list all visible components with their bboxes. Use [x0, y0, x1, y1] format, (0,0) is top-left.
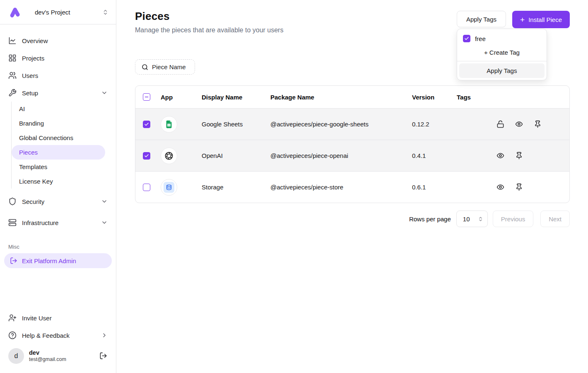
row-checkbox[interactable] — [143, 152, 150, 160]
sidebar-item-users[interactable]: Users — [4, 67, 112, 84]
sidebar-nav: Overview Projects Users Setup AI Brandin… — [0, 24, 116, 309]
eye-icon[interactable] — [515, 120, 523, 128]
piece-display-name: Storage — [202, 184, 270, 191]
line-chart-icon — [8, 36, 17, 45]
chevrons-up-down-icon — [478, 216, 483, 222]
piece-display-name: Google Sheets — [202, 121, 270, 128]
piece-package-name: @activepieces/piece-store — [270, 184, 412, 191]
sidebar-item-overview[interactable]: Overview — [4, 32, 112, 49]
sidebar-label: Users — [22, 72, 38, 79]
apply-tags-dropdown: free + Create Tag Apply Tags — [457, 29, 547, 80]
tag-checkbox[interactable] — [463, 35, 470, 42]
log-out-icon[interactable] — [99, 352, 108, 360]
sidebar-bottom: Invite User Help & Feedback d dev test@g… — [0, 309, 116, 373]
invite-user-button[interactable]: Invite User — [4, 309, 112, 327]
table-row[interactable]: OpenAI @activepieces/piece-openai 0.4.1 — [135, 140, 569, 171]
apply-tags-button[interactable]: Apply Tags — [457, 11, 506, 27]
next-page-button[interactable]: Next — [540, 211, 570, 227]
activepieces-logo — [8, 6, 21, 18]
table-header-row: App Display Name Package Name Version Ta… — [135, 86, 569, 108]
previous-page-button[interactable]: Previous — [493, 211, 533, 227]
user-name: dev — [29, 349, 94, 356]
storage-icon — [161, 179, 177, 196]
grid-icon — [8, 54, 17, 62]
exit-label: Exit Platform Admin — [22, 257, 76, 264]
user-meta: dev test@gmail.com — [29, 349, 94, 363]
tag-label: free — [475, 35, 486, 42]
rows-per-page-value: 10 — [463, 216, 470, 223]
select-all-checkbox[interactable] — [143, 93, 150, 101]
page-subtitle: Manage the pieces that are available to … — [135, 27, 283, 34]
server-icon — [8, 218, 17, 227]
wrench-icon — [8, 89, 17, 97]
row-checkbox[interactable] — [143, 121, 150, 128]
sidebar-item-security[interactable]: Security — [4, 193, 112, 210]
create-tag-button[interactable]: + Create Tag — [457, 45, 547, 61]
pin-icon[interactable] — [515, 152, 523, 160]
install-piece-label: Install Piece — [528, 16, 562, 23]
tag-option-free[interactable]: free — [457, 31, 547, 45]
search-icon — [142, 64, 148, 70]
sidebar-item-infrastructure[interactable]: Infrastructure — [4, 214, 112, 231]
piece-search[interactable] — [135, 59, 195, 75]
piece-package-name: @activepieces/piece-openai — [270, 152, 412, 159]
sidebar-item-setup[interactable]: Setup — [4, 84, 112, 102]
eye-icon[interactable] — [496, 183, 504, 191]
piece-display-name: OpenAI — [202, 152, 270, 159]
chevron-right-icon — [101, 332, 108, 339]
sidebar-item-projects[interactable]: Projects — [4, 49, 112, 67]
plus-icon: + — [520, 16, 525, 24]
col-version: Version — [412, 94, 457, 101]
invite-user-label: Invite User — [22, 315, 52, 322]
chevron-down-icon — [101, 90, 108, 96]
sidebar-item-ai[interactable]: AI — [12, 102, 105, 116]
rows-per-page-label: Rows per page — [409, 216, 451, 223]
col-display-name: Display Name — [202, 94, 270, 101]
project-selector[interactable]: dev's Project — [0, 0, 116, 24]
table-row[interactable]: Storage @activepieces/piece-store 0.6.1 — [135, 171, 569, 203]
log-out-icon — [10, 257, 17, 264]
pieces-table: App Display Name Package Name Version Ta… — [135, 85, 570, 203]
chevron-down-icon — [101, 198, 108, 205]
apply-tags-menu-item[interactable]: Apply Tags — [459, 63, 545, 78]
exit-platform-admin-button[interactable]: Exit Platform Admin — [4, 253, 112, 268]
eye-icon[interactable] — [496, 152, 504, 160]
sidebar-item-license-key[interactable]: License Key — [12, 174, 105, 189]
pin-icon[interactable] — [515, 183, 523, 191]
piece-version: 0.6.1 — [412, 184, 457, 191]
sidebar: dev's Project Overview Projects Users Se… — [0, 0, 116, 373]
help-feedback-label: Help & Feedback — [22, 332, 70, 339]
rows-per-page-select[interactable]: 10 — [456, 211, 488, 227]
main-content: Pieces Manage the pieces that are availa… — [116, 0, 588, 240]
sidebar-item-global-connections[interactable]: Global Connections — [12, 131, 105, 145]
user-account-row[interactable]: d dev test@gmail.com — [4, 344, 112, 369]
row-checkbox[interactable] — [143, 184, 150, 191]
piece-search-input[interactable] — [152, 63, 188, 70]
chevrons-up-down-icon — [102, 9, 108, 15]
sidebar-item-templates[interactable]: Templates — [12, 160, 105, 174]
avatar: d — [8, 348, 24, 364]
dropdown-divider — [457, 61, 547, 61]
col-package-name: Package Name — [270, 94, 412, 101]
pin-icon[interactable] — [534, 120, 542, 128]
page-title: Pieces — [135, 10, 283, 23]
setup-children: AI Branding Global Connections Pieces Te… — [11, 102, 112, 189]
sidebar-label: Security — [22, 198, 44, 205]
install-piece-button[interactable]: + Install Piece — [512, 11, 570, 28]
sidebar-label: Infrastructure — [22, 219, 58, 226]
chevron-down-icon — [101, 219, 108, 226]
sidebar-item-pieces[interactable]: Pieces — [12, 145, 105, 160]
sidebar-item-branding[interactable]: Branding — [12, 116, 105, 131]
table-row[interactable]: Google Sheets @activepieces/piece-google… — [135, 108, 569, 140]
users-icon — [8, 71, 17, 80]
unlock-icon[interactable] — [496, 120, 504, 128]
pagination: Rows per page 10 Previous Next — [135, 211, 570, 240]
help-feedback-button[interactable]: Help & Feedback — [4, 327, 112, 344]
piece-version: 0.12.2 — [412, 121, 457, 128]
sidebar-label: Projects — [22, 55, 44, 62]
page-header: Pieces Manage the pieces that are availa… — [135, 10, 570, 34]
google-sheets-icon — [161, 116, 177, 133]
piece-package-name: @activepieces/piece-google-sheets — [270, 121, 412, 128]
piece-version: 0.4.1 — [412, 152, 457, 159]
shield-icon — [8, 197, 17, 206]
